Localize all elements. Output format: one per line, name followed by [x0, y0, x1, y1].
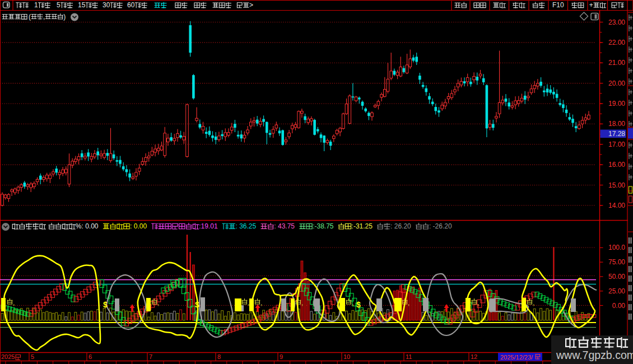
svg-text:,: ,	[533, 299, 534, 307]
svg-text:1: 1	[34, 1, 38, 9]
svg-text:,: ,	[301, 299, 303, 307]
svg-text:,: ,	[477, 299, 479, 307]
svg-text:75.00: 75.00	[608, 258, 625, 266]
svg-text:www.7gpzb.com: www.7gpzb.com	[556, 349, 633, 361]
svg-text:20.00: 20.00	[608, 80, 625, 87]
svg-text:21.00: 21.00	[608, 59, 625, 67]
svg-text:,: ,	[352, 299, 353, 307]
svg-text:18.00: 18.00	[608, 120, 625, 128]
svg-text:: 0.00: : 0.00	[130, 222, 147, 230]
svg-text:$: $	[103, 300, 108, 309]
svg-text:0.00: 0.00	[612, 302, 626, 310]
svg-text:15.00: 15.00	[608, 181, 625, 189]
svg-text::-38.75: :-38.75	[313, 222, 334, 230]
svg-text:$: $	[356, 300, 361, 309]
svg-text:50.00: 50.00	[608, 273, 625, 281]
svg-text:60: 60	[127, 1, 135, 9]
svg-text:: 36.25: : 36.25	[236, 222, 257, 230]
svg-text:5: 5	[31, 353, 34, 360]
svg-text:7: 7	[149, 353, 152, 360]
svg-text:8: 8	[217, 353, 221, 360]
svg-text:12: 12	[471, 353, 477, 360]
svg-text:17.00: 17.00	[608, 141, 625, 148]
svg-text:16.00: 16.00	[608, 161, 625, 169]
svg-text:(: (	[29, 13, 31, 21]
svg-text:25.00: 25.00	[608, 287, 625, 295]
svg-text:%: 0.00: %: 0.00	[76, 222, 99, 230]
svg-text::19.01: :19.01	[199, 222, 218, 230]
svg-text:: 43.75: : 43.75	[274, 222, 295, 230]
svg-text:5: 5	[57, 1, 60, 9]
svg-text:14.00: 14.00	[608, 202, 625, 209]
svg-text:: -26.20: : -26.20	[429, 222, 452, 230]
svg-text:9: 9	[280, 353, 283, 360]
svg-text:17.28: 17.28	[608, 130, 625, 138]
svg-text:30: 30	[103, 1, 110, 9]
svg-text:15: 15	[78, 1, 86, 9]
svg-text:,: ,	[157, 299, 159, 307]
svg-text::-31.25: :-31.25	[352, 222, 373, 230]
svg-text:): )	[63, 13, 66, 21]
svg-text:10: 10	[343, 353, 350, 360]
svg-text:,: ,	[260, 299, 262, 307]
svg-text:: 26.20: : 26.20	[390, 222, 411, 230]
svg-text:,: ,	[43, 13, 45, 21]
svg-text:22.00: 22.00	[608, 39, 625, 46]
svg-text:6: 6	[89, 353, 92, 360]
svg-text:>: >	[249, 1, 253, 9]
svg-text:$: $	[195, 300, 199, 309]
svg-text:+: +	[589, 1, 593, 9]
svg-text:,: ,	[248, 299, 249, 307]
svg-text:,: ,	[13, 299, 15, 307]
svg-text:11: 11	[406, 353, 412, 360]
svg-text:100.0: 100.0	[608, 244, 625, 251]
svg-text:,: ,	[408, 299, 409, 307]
svg-text:2025: 2025	[1, 353, 15, 360]
svg-text:2025/12/23/: 2025/12/23/	[500, 354, 533, 361]
svg-text:23.00: 23.00	[608, 18, 625, 26]
svg-text:F10: F10	[552, 1, 564, 9]
svg-text:19.00: 19.00	[608, 100, 625, 108]
